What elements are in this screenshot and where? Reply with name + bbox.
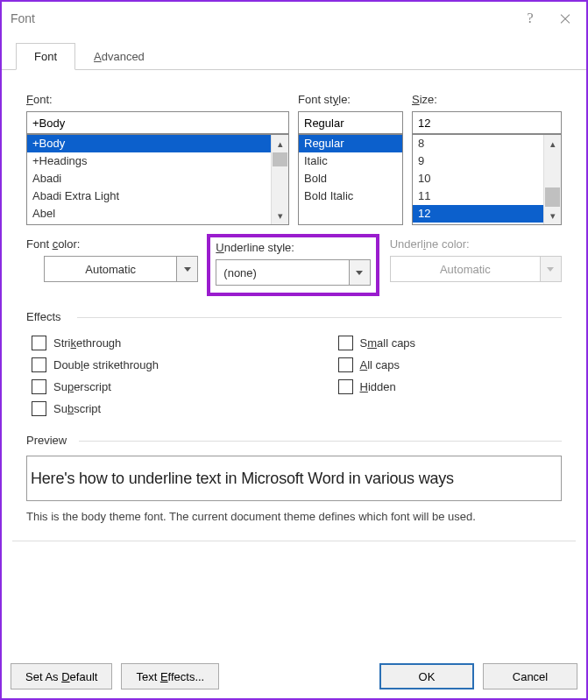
checkbox-icon <box>32 357 46 372</box>
label-preview: Preview <box>26 434 562 447</box>
font-style-input[interactable] <box>298 111 403 134</box>
window-title: Font <box>11 11 35 25</box>
footer: Set As DefaultSet As Default Text Effect… <box>2 656 586 698</box>
checkbox-strikethrough[interactable]: StrikethroughStrikethrough <box>32 332 294 354</box>
checkbox-icon <box>32 336 46 350</box>
text-effects-button[interactable]: Text Effects...Text Effects... <box>121 663 219 689</box>
underline-style-value: (none) <box>223 266 257 279</box>
checkbox-icon <box>32 379 46 394</box>
list-item[interactable]: Italic <box>299 152 402 170</box>
list-item[interactable]: +Headings <box>27 152 271 170</box>
scroll-thumb[interactable] <box>273 152 287 166</box>
underline-color-combo: Automatic <box>390 256 562 282</box>
list-item[interactable]: 10 <box>413 170 543 187</box>
scroll-down-icon[interactable]: ▾ <box>544 207 562 224</box>
checkbox-hidden[interactable]: HiddenHidden <box>338 376 563 398</box>
list-item[interactable]: 12 <box>413 205 543 223</box>
underline-color-value: Automatic <box>440 263 491 276</box>
size-input[interactable] <box>412 111 562 134</box>
help-button[interactable]: ? <box>513 5 548 32</box>
checkbox-double-strikethrough[interactable]: Double strikethroughDouble strikethrough <box>32 354 294 376</box>
list-item[interactable]: 9 <box>413 152 543 170</box>
label-effects: Effects <box>26 310 562 323</box>
tab-font[interactable]: Font <box>16 43 75 70</box>
font-dialog: Font ? Font AAdvanceddvanced Font:Font: … <box>0 0 588 700</box>
chevron-down-icon[interactable] <box>350 259 371 286</box>
font-style-list[interactable]: Regular Italic Bold Bold Italic <box>298 134 403 225</box>
checkbox-superscript[interactable]: SuperscriptSuperscript <box>32 376 294 398</box>
checkbox-icon <box>32 401 46 416</box>
list-item[interactable]: Bold <box>299 170 402 187</box>
list-item[interactable]: Abadi <box>27 170 271 187</box>
label-font-color: Font color:Font color: <box>26 237 198 251</box>
size-list[interactable]: 8 9 10 11 12 ▴ ▾ <box>412 134 562 225</box>
list-item[interactable]: 11 <box>413 187 543 205</box>
label-size: Size:Size: <box>412 93 562 106</box>
underline-style-combo[interactable]: (none) <box>216 259 370 286</box>
font-color-value: Automatic <box>85 263 136 276</box>
scrollbar[interactable]: ▴ ▾ <box>271 135 288 224</box>
scroll-down-icon[interactable]: ▾ <box>272 207 289 224</box>
highlight-underline-style: Underline style:Underline style: (none) <box>207 234 379 296</box>
list-item[interactable]: 8 <box>413 135 543 152</box>
chevron-down-icon[interactable] <box>177 256 198 282</box>
dialog-content: Font:Font: +Body +Headings Abadi Abadi E… <box>2 70 586 550</box>
set-default-button[interactable]: Set As DefaultSet As Default <box>11 663 112 689</box>
checkbox-all-caps[interactable]: All capsAll caps <box>338 354 563 376</box>
font-input[interactable] <box>26 111 289 134</box>
checkbox-subscript[interactable]: SubscriptSubscript <box>32 398 294 420</box>
font-list[interactable]: +Body +Headings Abadi Abadi Extra Light … <box>26 134 289 225</box>
close-button[interactable] <box>548 5 583 32</box>
cancel-button[interactable]: Cancel <box>483 663 577 689</box>
list-item[interactable]: Abel <box>27 205 271 223</box>
preview-box: Here's how to underline text in Microsof… <box>26 456 562 501</box>
scroll-up-icon[interactable]: ▴ <box>544 135 562 152</box>
tab-advanced[interactable]: AAdvanceddvanced <box>75 43 163 70</box>
checkbox-icon <box>338 357 353 372</box>
chevron-down-icon <box>541 256 562 282</box>
font-color-combo[interactable]: Automatic <box>44 256 198 282</box>
list-item[interactable]: +Body <box>27 135 271 152</box>
scroll-up-icon[interactable]: ▴ <box>272 135 289 152</box>
checkbox-icon <box>338 379 353 394</box>
list-item[interactable]: Regular <box>299 135 402 152</box>
titlebar: Font ? <box>2 2 586 35</box>
list-item[interactable]: Bold Italic <box>299 187 402 205</box>
label-font-style: Font style:Font style: <box>298 93 403 106</box>
tab-strip: Font AAdvanceddvanced <box>2 35 586 70</box>
preview-text: Here's how to underline text in Microsof… <box>31 470 454 488</box>
checkbox-small-caps[interactable]: Small capsSmall caps <box>338 332 563 354</box>
label-underline-color: Underline color:Underline color: <box>390 237 562 251</box>
list-item[interactable]: Abadi Extra Light <box>27 187 271 205</box>
label-underline-style: Underline style:Underline style: <box>216 241 370 254</box>
ok-button[interactable]: OK <box>379 663 474 689</box>
label-font: Font:Font: <box>26 93 289 106</box>
scrollbar[interactable]: ▴ ▾ <box>543 135 561 224</box>
close-icon <box>559 12 571 25</box>
scroll-thumb[interactable] <box>545 187 560 207</box>
help-icon: ? <box>527 11 533 26</box>
preview-desc: This is the body theme font. The current… <box>26 510 562 523</box>
checkbox-icon <box>338 336 353 350</box>
